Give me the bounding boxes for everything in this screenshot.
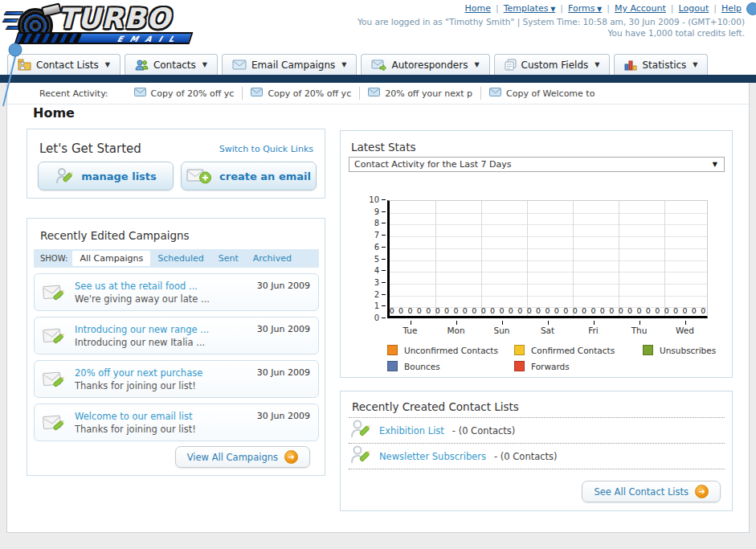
tab-email-campaigns[interactable]: Email Campaigns▼: [222, 54, 357, 75]
bar-value-label: 0: [590, 306, 598, 315]
campaign-title-link[interactable]: Welcome to our email list: [75, 411, 192, 422]
campaign-date: 30 Jun 2009: [257, 411, 310, 421]
campaign-item[interactable]: See us at the retail food ...We're givin…: [34, 273, 319, 311]
legend-item: Unsubscribes: [643, 345, 716, 355]
bar-value-label: 0: [434, 306, 442, 315]
tab-label: Autoresponders: [391, 59, 468, 71]
envelope-pencil-icon: [43, 412, 67, 436]
x-axis-tick-label: Mon: [439, 326, 474, 335]
bar-value-label: 0: [663, 306, 671, 315]
campaign-date: 30 Jun 2009: [257, 367, 310, 378]
switch-quick-links-link[interactable]: Switch to Quick Links: [219, 144, 313, 154]
campaign-item[interactable]: Welcome to our email listThanks for join…: [34, 404, 319, 441]
chevron-down-icon: ▼: [693, 61, 697, 68]
stats-range-dropdown[interactable]: Contact Activity for the Last 7 Days ▼: [349, 157, 725, 172]
recent-activity-item[interactable]: Copy of 20% off yc: [126, 87, 243, 100]
gridline: [390, 272, 707, 272]
y-axis-tick-label: 8: [363, 219, 379, 227]
manage-lists-label: manage lists: [81, 170, 157, 182]
filter-scheduled[interactable]: Scheduled: [150, 251, 211, 266]
gridline: [435, 201, 436, 316]
legend-swatch: [514, 361, 525, 371]
legend-label: Confirmed Contacts: [531, 346, 615, 355]
campaign-item[interactable]: Introducing our new range ...Introducing…: [34, 317, 319, 354]
campaign-subtitle: Introducing our new Italia ...: [75, 337, 205, 348]
gridline: [527, 201, 528, 316]
see-all-contact-lists-button[interactable]: See All Contact Lists ➜: [582, 481, 721, 502]
recent-activity-item[interactable]: Copy of Welcome to: [481, 87, 603, 100]
top-link-forms[interactable]: Forms ▼: [568, 3, 602, 14]
legend-item: Confirmed Contacts: [514, 345, 643, 355]
campaign-item[interactable]: 20% off your next purchaseThanks for joi…: [34, 360, 319, 398]
y-axis-tick-label: 7: [363, 231, 379, 240]
bar-value-label: 0: [498, 306, 506, 315]
contact-list-item[interactable]: Exhibition List- (0 Contacts): [349, 418, 725, 443]
campaign-title-link[interactable]: 20% off your next purchase: [75, 367, 202, 379]
tab-contacts[interactable]: Contacts▼: [125, 54, 218, 75]
bar-value-label: 0: [653, 306, 661, 315]
top-link-help[interactable]: Help: [721, 3, 742, 14]
get-started-panel: Let's Get Started Switch to Quick Links …: [27, 129, 325, 199]
filter-all-campaigns[interactable]: All Campaigns: [72, 251, 150, 266]
top-link-logout[interactable]: Logout: [679, 3, 709, 14]
recent-activity-item-label: Copy of Welcome to: [506, 88, 595, 99]
bar-value-label: 0: [461, 306, 469, 315]
x-axis-tick-label: Sun: [484, 326, 520, 335]
navy-divider-bar: [0, 75, 756, 83]
x-axis-tick: [456, 321, 457, 325]
y-axis-tick-label: 2: [363, 290, 379, 299]
y-axis-tick: [382, 318, 386, 318]
recent-activity-item[interactable]: Copy of 20% off yc: [243, 87, 360, 100]
y-axis-tick-label: 9: [363, 207, 379, 216]
bar-value-label: 0: [415, 306, 423, 315]
gridline: [390, 284, 707, 285]
bar-value-label: 0: [424, 306, 432, 315]
envelope-icon: [134, 88, 146, 99]
contact-lists-rows: Exhibition List- (0 Contacts)Newsletter …: [349, 417, 725, 469]
credits-info: You have 1,000 total credits left.: [608, 28, 745, 38]
tab-statistics[interactable]: Statistics▼: [614, 54, 708, 75]
manage-lists-button[interactable]: manage lists: [38, 162, 174, 191]
top-link-templates[interactable]: Templates ▼: [504, 3, 556, 14]
recent-activity-item[interactable]: 20% off your next p: [360, 87, 481, 100]
campaign-title-link[interactable]: Introducing our new range ...: [75, 324, 209, 335]
bar-value-label: 0: [470, 306, 478, 315]
contact-list-detail: - (0 Contacts): [452, 425, 515, 436]
gridline: [390, 248, 707, 249]
y-axis-tick: [382, 223, 386, 223]
tab-autoresponders[interactable]: Autoresponders▼: [361, 54, 489, 75]
recent-activity-bar: Recent Activity: Copy of 20% off ycCopy …: [7, 83, 749, 104]
y-axis-tick: [382, 199, 386, 200]
top-link-my-account[interactable]: My Account: [615, 3, 666, 14]
top-link-home[interactable]: Home: [464, 3, 490, 14]
view-all-campaigns-button[interactable]: View All Campaigns ➜: [175, 446, 310, 468]
campaigns-panel: Recently Edited Campaigns SHOW: All Camp…: [27, 218, 325, 476]
legend-swatch: [643, 345, 653, 355]
contact-list-item[interactable]: Newsletter Subscribers- (0 Contacts): [349, 444, 725, 469]
contact-list-name-link[interactable]: Newsletter Subscribers: [379, 451, 486, 462]
filter-archived[interactable]: Archived: [246, 251, 299, 266]
y-axis-tick: [382, 294, 386, 295]
statistics-icon: [624, 59, 637, 71]
y-axis-tick: [382, 211, 386, 212]
create-email-button[interactable]: create an email: [181, 162, 317, 191]
gridline: [573, 201, 574, 316]
chevron-down-icon: ▼: [595, 61, 599, 68]
logo-title: TURBO: [58, 2, 171, 35]
campaigns-title: Recently Edited Campaigns: [40, 229, 190, 242]
legend-label: Unsubscribes: [660, 346, 716, 355]
filter-sent[interactable]: Sent: [211, 251, 246, 266]
gridline: [390, 296, 707, 297]
content-area: Recent Activity: Copy of 20% off ycCopy …: [6, 83, 750, 533]
x-axis-tick: [640, 321, 640, 325]
contact-list-name-link[interactable]: Exhibition List: [379, 425, 444, 436]
stats-chart: 01234567891000000Tue00000Mon00000Sun0000…: [363, 197, 726, 327]
y-axis-tick-label: 0: [363, 313, 379, 322]
tab-label: Contacts: [153, 59, 196, 71]
page-footer: [0, 534, 756, 549]
campaign-date: 30 Jun 2009: [257, 324, 310, 334]
envelope-pencil-icon: [43, 282, 67, 306]
campaign-title-link[interactable]: See us at the retail food ...: [75, 281, 198, 292]
tab-custom-fields[interactable]: Custom Fields▼: [494, 54, 611, 75]
legend-swatch: [387, 345, 398, 355]
